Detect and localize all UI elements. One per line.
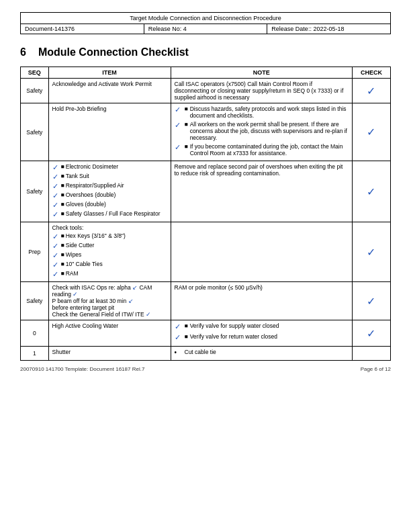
check-cell: ✓	[352, 222, 390, 282]
doc-title: Target Module Connection and Disconnecti…	[21, 13, 390, 24]
table-row: Safety ✓■ Electronic Dosimeter ✓■ Tank S…	[21, 161, 391, 222]
note-cell	[171, 222, 352, 282]
seq-cell: Prep	[21, 222, 49, 282]
table-row: Prep Check tools: ✓■ Hex Keys (3/16" & 3…	[21, 222, 391, 282]
doc-release: Release No: 4	[144, 24, 268, 34]
check-bullet-icon: ✓	[175, 333, 183, 342]
check-bullet-icon: ✓	[175, 105, 183, 114]
bullet-icon: •	[175, 349, 183, 356]
header-seq: SEQ	[21, 67, 49, 79]
checkmark-icon: ✓	[367, 85, 375, 97]
checkmark-icon: ✓	[367, 126, 375, 138]
item-check-icon: ✓	[52, 163, 58, 172]
footer-right: Page 6 of 12	[361, 366, 391, 372]
seq-cell: Safety	[21, 161, 49, 222]
check-cell: ✓	[352, 103, 390, 161]
check-bullet-icon: ✓	[175, 322, 183, 331]
seq-cell: Safety	[21, 282, 49, 320]
seq-cell: 1	[21, 347, 49, 361]
note-cell: ✓ ■ Discuss hazards, safety protocols an…	[171, 103, 352, 161]
seq-cell: 0	[21, 320, 49, 347]
checkmark-icon: ✓	[367, 328, 375, 339]
table-row: Safety Hold Pre-Job Briefing ✓ ■ Discuss…	[21, 103, 391, 161]
doc-header: Target Module Connection and Disconnecti…	[20, 12, 391, 34]
item-cell: Acknowledge and Activate Work Permit	[48, 79, 171, 103]
item-check-icon: ✓	[52, 242, 58, 251]
item-cell: Hold Pre-Job Briefing	[48, 103, 171, 161]
checkmark-icon: ✓	[367, 247, 375, 258]
check-cell: ✓	[352, 79, 390, 103]
note-cell: ✓ ■ Verify valve for supply water closed…	[171, 320, 352, 347]
item-cell: ✓■ Electronic Dosimeter ✓■ Tank Suit ✓■ …	[48, 161, 171, 222]
doc-number: Document-141376	[21, 24, 144, 34]
note-cell: Remove and replace second pair of oversh…	[171, 161, 352, 222]
table-row: Safety Acknowledge and Activate Work Per…	[21, 79, 391, 103]
page-footer: 20070910 141700 Template: Document 16187…	[20, 366, 391, 372]
header-item: ITEM	[48, 67, 171, 79]
doc-release-date: Release Date:: 2022-05-18	[267, 24, 390, 34]
item-check-icon: ✓	[52, 182, 58, 191]
checklist-table: SEQ ITEM NOTE CHECK Safety Acknowledge a…	[20, 66, 391, 361]
table-row: Safety Check with ISAC Ops re: alpha ↙ C…	[21, 282, 391, 320]
item-check-icon: ✓	[52, 232, 58, 241]
footer-left: 20070910 141700 Template: Document 16187…	[20, 366, 144, 372]
item-check-icon: ✓	[52, 270, 58, 279]
item-check-icon: ✓	[52, 261, 58, 269]
checkmark-icon: ✓	[367, 186, 375, 197]
item-check-icon: ✓	[52, 201, 58, 210]
table-row: 1 Shutter • Cut cable tie	[21, 347, 391, 361]
section-number: 6	[20, 46, 26, 58]
note-cell: • Cut cable tie	[171, 347, 352, 361]
header-check: CHECK	[352, 67, 390, 79]
check-cell	[352, 347, 390, 361]
item-cell: Shutter	[48, 347, 171, 361]
note-cell: RAM or pole monitor (≤ 500 μSv/h)	[171, 282, 352, 320]
item-check-icon: ✓	[52, 191, 58, 200]
item-cell: High Active Cooling Water	[48, 320, 171, 347]
seq-cell: Safety	[21, 79, 49, 103]
item-cell: Check with ISAC Ops re: alpha ↙ CAM read…	[48, 282, 171, 320]
section-title: Module Connection Checklist	[38, 46, 189, 58]
table-row: 0 High Active Cooling Water ✓ ■ Verify v…	[21, 320, 391, 347]
header-note: NOTE	[171, 67, 352, 79]
note-cell: Call ISAC operators (x7500) Call Main Co…	[171, 79, 352, 103]
check-cell: ✓	[352, 320, 390, 347]
item-cell: Check tools: ✓■ Hex Keys (3/16" & 3/8") …	[48, 222, 171, 282]
check-cell: ✓	[352, 282, 390, 320]
check-cell: ✓	[352, 161, 390, 222]
seq-cell: Safety	[21, 103, 49, 161]
item-check-icon: ✓	[52, 210, 58, 219]
check-bullet-icon: ✓	[175, 143, 183, 152]
item-check-icon: ✓	[52, 251, 58, 260]
check-bullet-icon: ✓	[175, 121, 183, 130]
item-check-icon: ✓	[52, 173, 58, 181]
checkmark-icon: ✓	[367, 296, 375, 307]
